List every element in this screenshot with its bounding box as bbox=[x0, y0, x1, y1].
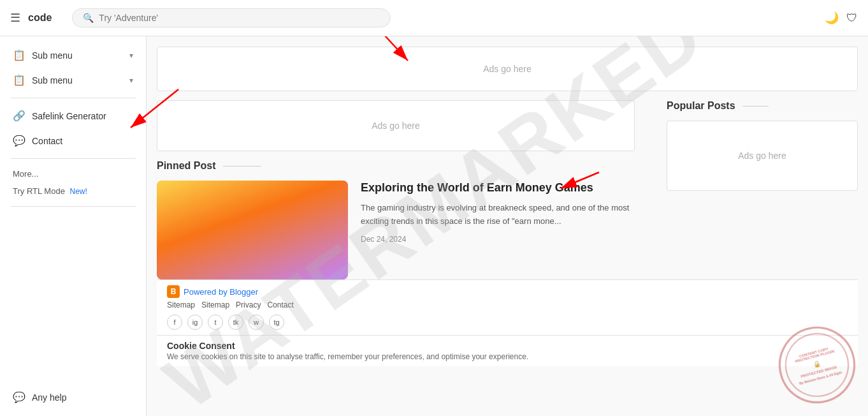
pinned-post-image bbox=[157, 181, 348, 279]
top-ad-label: Ads go here bbox=[483, 64, 532, 74]
pinned-post-date: Dec 24, 2024 bbox=[361, 235, 656, 244]
sidebar-item-submenu1[interactable]: 📋 Sub menu ▾ bbox=[0, 43, 146, 68]
pinned-post-article-title[interactable]: Exploring the World of Earn Money Games bbox=[361, 181, 656, 195]
telegram-icon[interactable]: tg bbox=[269, 315, 284, 330]
footer-sitemap[interactable]: Sitemap bbox=[167, 301, 195, 309]
sidebar-divider-3 bbox=[10, 206, 136, 207]
content-with-sidebar: Ads go here Pinned Post Exploring the Wo… bbox=[157, 100, 858, 279]
pinned-post-divider bbox=[223, 166, 261, 167]
more-link[interactable]: More... bbox=[0, 164, 146, 184]
rtl-mode-item[interactable]: Try RTL Mode New! bbox=[0, 184, 146, 201]
help-label: Any help bbox=[32, 392, 133, 403]
footer-contact[interactable]: Contact bbox=[267, 301, 293, 309]
popular-ad-banner: Ads go here bbox=[667, 121, 858, 191]
header: ☰ code 🔍 🌙 🛡 bbox=[0, 0, 868, 36]
footer-sitemap2[interactable]: Sitemap bbox=[201, 301, 229, 309]
blogger-icon: B bbox=[167, 285, 180, 298]
popular-divider bbox=[743, 106, 769, 107]
sidebar-item-safelink[interactable]: 🔗 Safelink Generator bbox=[0, 103, 146, 128]
sidebar: 📋 Sub menu ▾ 📋 Sub menu ▾ 🔗 Safelink Gen… bbox=[0, 36, 147, 416]
submenu2-label: Sub menu bbox=[32, 75, 123, 85]
top-ad-banner: Ads go here bbox=[157, 47, 858, 91]
sidebar-divider-1 bbox=[10, 98, 136, 98]
search-icon: 🔍 bbox=[83, 13, 94, 23]
pinned-post-excerpt: The gaming industry is evolving at break… bbox=[361, 202, 656, 228]
contact-icon: 💬 bbox=[13, 135, 25, 147]
pinned-post-card[interactable]: Exploring the World of Earn Money Games … bbox=[157, 181, 656, 279]
chevron-down-icon-2: ▾ bbox=[129, 76, 133, 85]
sidebar-item-submenu2[interactable]: 📋 Sub menu ▾ bbox=[0, 68, 146, 93]
sidebar-item-contact[interactable]: 💬 Contact bbox=[0, 128, 146, 153]
footer-links: Sitemap Sitemap Privacy Contact bbox=[167, 301, 848, 309]
pinned-post-header: Pinned Post bbox=[157, 160, 656, 172]
contact-label: Contact bbox=[32, 136, 133, 146]
safelink-icon: 🔗 bbox=[13, 110, 25, 122]
submenu1-icon: 📋 bbox=[13, 49, 25, 61]
main-layout: 📋 Sub menu ▾ 📋 Sub menu ▾ 🔗 Safelink Gen… bbox=[0, 36, 868, 416]
cookie-title: Cookie Consent bbox=[167, 341, 848, 351]
popular-ad-label: Ads go here bbox=[738, 151, 786, 161]
sidebar-item-help[interactable]: 💬 Any help bbox=[0, 385, 146, 410]
sidebar-divider-2 bbox=[10, 158, 136, 159]
pinned-image-inner bbox=[157, 181, 348, 279]
main-content: Ads go here Pinned Post Exploring the Wo… bbox=[157, 100, 656, 279]
facebook-icon[interactable]: f bbox=[167, 315, 182, 330]
content-area: Ads go here Ads go here Pinned Post bbox=[147, 36, 868, 416]
twitter-icon[interactable]: t bbox=[208, 315, 223, 330]
shield-icon[interactable]: 🛡 bbox=[846, 11, 858, 25]
blogger-text: Powered by Blogger bbox=[184, 287, 258, 297]
safelink-label: Safelink Generator bbox=[32, 111, 133, 121]
mid-ad-label: Ads go here bbox=[372, 121, 420, 131]
new-badge: New! bbox=[70, 187, 87, 196]
search-input[interactable] bbox=[99, 13, 380, 23]
footer-privacy[interactable]: Privacy bbox=[236, 301, 261, 309]
chevron-down-icon-1: ▾ bbox=[129, 51, 133, 60]
help-icon: 💬 bbox=[13, 391, 25, 403]
cookie-consent: Cookie Consent We serve cookies on this … bbox=[157, 335, 858, 366]
moon-icon[interactable]: 🌙 bbox=[825, 11, 839, 25]
site-logo: code bbox=[28, 12, 52, 24]
right-sidebar: Popular Posts Ads go here bbox=[667, 100, 858, 279]
footer-social-icons: f ig t tk w tg bbox=[167, 315, 848, 330]
pinned-post-title: Pinned Post bbox=[157, 160, 215, 172]
cookie-text: We serve cookies on this site to analyse… bbox=[167, 352, 848, 361]
blogger-link[interactable]: B Powered by Blogger bbox=[167, 285, 848, 298]
rtl-label: Try RTL Mode bbox=[13, 186, 65, 196]
submenu1-label: Sub menu bbox=[32, 50, 123, 61]
pinned-post-text: Exploring the World of Earn Money Games … bbox=[361, 181, 656, 244]
hamburger-button[interactable]: ☰ bbox=[10, 11, 20, 25]
mid-ad-banner: Ads go here bbox=[157, 100, 635, 151]
tiktok-icon[interactable]: tk bbox=[228, 315, 243, 330]
submenu2-icon: 📋 bbox=[13, 74, 25, 86]
footer: B Powered by Blogger Sitemap Sitemap Pri… bbox=[157, 279, 858, 335]
instagram-icon[interactable]: ig bbox=[187, 315, 203, 330]
popular-posts-title: Popular Posts bbox=[667, 100, 735, 112]
search-bar: 🔍 bbox=[72, 8, 391, 27]
whatsapp-icon[interactable]: w bbox=[249, 315, 264, 330]
popular-posts-header: Popular Posts bbox=[667, 100, 858, 112]
header-right: 🌙 🛡 bbox=[825, 11, 858, 25]
